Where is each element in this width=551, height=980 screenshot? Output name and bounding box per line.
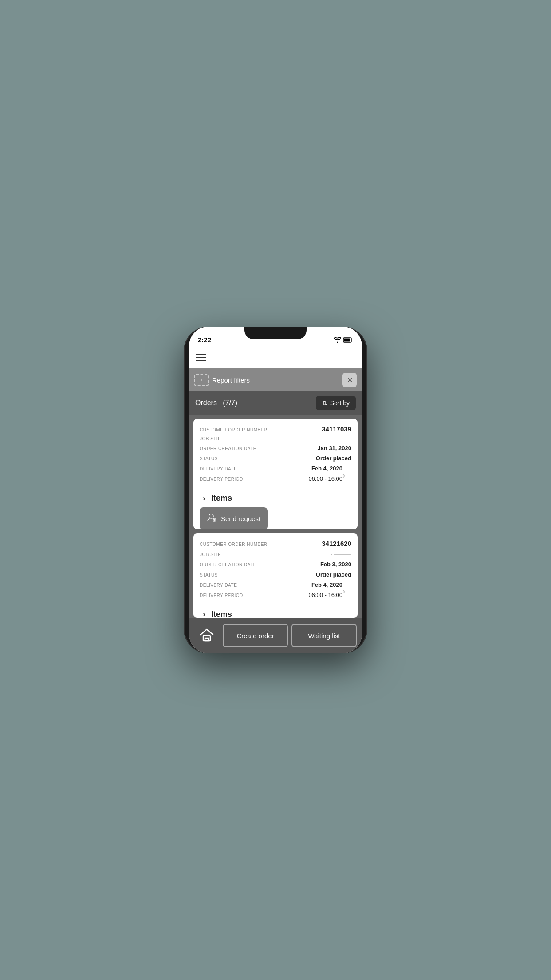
orders-count: Orders (7/7)	[195, 399, 237, 407]
hamburger-line	[196, 357, 206, 358]
delivery-period-value: 06:00 - 16:00	[308, 592, 342, 598]
svg-rect-1	[344, 339, 350, 342]
order-detail-chevron-icon[interactable]: ›	[342, 471, 345, 480]
sort-button[interactable]: ⇅ Sort by	[316, 396, 356, 410]
delivery-date-label: DELIVERY DATE	[200, 583, 237, 588]
orders-list: CUSTOMER ORDER NUMBER 34117039 JOB SITE …	[189, 415, 362, 618]
field-row-customer-order: CUSTOMER ORDER NUMBER 34121620	[200, 540, 351, 547]
field-row-status: STATUS Order placed	[200, 571, 351, 578]
items-button[interactable]: › Items	[193, 489, 358, 507]
filter-icon-box: ›	[194, 374, 209, 386]
delivery-period-label: DELIVERY PERIOD	[200, 593, 243, 598]
waiting-list-button[interactable]: Waiting list	[291, 624, 357, 647]
customer-order-number-value: 34117039	[322, 425, 351, 433]
delivery-date-row: DELIVERY DATE Feb 4, 2020 DELIVERY PERIO…	[200, 581, 351, 602]
field-row-delivery-date: DELIVERY DATE Feb 4, 2020	[200, 465, 342, 472]
status-value: Order placed	[316, 571, 351, 578]
delivery-period-label: DELIVERY PERIOD	[200, 477, 243, 482]
filter-title: Report filters	[212, 376, 250, 384]
delivery-date-value: Feb 4, 2020	[311, 581, 342, 588]
chevron-right-small-icon: ›	[201, 377, 202, 383]
status-label: STATUS	[200, 456, 218, 461]
filter-left: › Report filters	[194, 374, 250, 386]
field-row-status: STATUS Order placed	[200, 455, 351, 462]
items-chevron-icon: ›	[200, 610, 209, 618]
items-button[interactable]: › Items	[193, 605, 358, 618]
bottom-bar: Create order Waiting list	[189, 618, 362, 653]
status-label: STATUS	[200, 573, 218, 577]
delivery-date-label: DELIVERY DATE	[200, 466, 237, 471]
job-site-label: JOB SITE	[200, 552, 221, 557]
filter-bar: › Report filters ✕	[189, 368, 362, 391]
status-time: 2:22	[198, 336, 211, 344]
order-creation-date-label: ORDER CREATION DATE	[200, 446, 256, 451]
field-row-customer-order: CUSTOMER ORDER NUMBER 34117039	[200, 425, 351, 433]
customer-order-number-label: CUSTOMER ORDER NUMBER	[200, 542, 268, 547]
order-detail-chevron-icon[interactable]: ›	[342, 587, 345, 596]
menu-button[interactable]	[196, 354, 206, 361]
field-row-job-site: JOB SITE · ———	[200, 551, 351, 557]
job-site-value: · ———	[331, 551, 351, 557]
create-order-button[interactable]: Create order	[223, 624, 288, 647]
order-creation-date-value: Feb 3, 2020	[320, 561, 351, 568]
orders-toolbar: Orders (7/7) ⇅ Sort by	[189, 391, 362, 415]
order-creation-date-label: ORDER CREATION DATE	[200, 562, 256, 567]
delivery-date-value: Feb 4, 2020	[311, 465, 342, 472]
app-header	[189, 346, 362, 368]
customer-order-number-value: 34121620	[322, 540, 351, 547]
field-row-delivery-period: DELIVERY PERIOD 06:00 - 16:00	[200, 475, 342, 482]
field-row-delivery-period: DELIVERY PERIOD 06:00 - 16:00	[200, 592, 342, 598]
field-row-delivery-date: DELIVERY DATE Feb 4, 2020	[200, 581, 342, 588]
sort-icon: ⇅	[322, 399, 327, 407]
hamburger-line	[196, 354, 206, 355]
order-fields: CUSTOMER ORDER NUMBER 34117039 JOB SITE …	[193, 419, 358, 489]
send-request-label: Send request	[221, 515, 260, 522]
home-icon	[199, 628, 215, 644]
field-row-job-site: JOB SITE	[200, 436, 351, 441]
items-chevron-icon: ›	[200, 494, 209, 503]
order-card: CUSTOMER ORDER NUMBER 34121620 JOB SITE …	[193, 533, 358, 618]
status-value: Order placed	[316, 455, 351, 462]
send-request-icon: @	[207, 513, 216, 525]
items-label: Items	[211, 494, 232, 503]
customer-order-number-label: CUSTOMER ORDER NUMBER	[200, 427, 268, 432]
hamburger-line	[196, 360, 206, 361]
job-site-label: JOB SITE	[200, 436, 221, 441]
home-button[interactable]	[194, 623, 219, 648]
wifi-icon	[334, 337, 341, 344]
status-icons	[334, 337, 353, 344]
field-row-creation-date: ORDER CREATION DATE Feb 3, 2020	[200, 561, 351, 568]
order-card: CUSTOMER ORDER NUMBER 34117039 JOB SITE …	[193, 419, 358, 529]
send-request-button[interactable]: @ Send request	[200, 507, 268, 529]
filter-close-button[interactable]: ✕	[342, 373, 357, 387]
svg-text:@: @	[213, 518, 216, 522]
order-fields: CUSTOMER ORDER NUMBER 34121620 JOB SITE …	[193, 533, 358, 605]
delivery-date-row: DELIVERY DATE Feb 4, 2020 DELIVERY PERIO…	[200, 465, 351, 486]
close-icon: ✕	[347, 376, 353, 384]
field-row-creation-date: ORDER CREATION DATE Jan 31, 2020	[200, 445, 351, 451]
svg-rect-5	[205, 638, 209, 641]
delivery-period-value: 06:00 - 16:00	[308, 475, 342, 482]
battery-icon	[343, 337, 353, 344]
items-label: Items	[211, 610, 232, 618]
order-creation-date-value: Jan 31, 2020	[317, 445, 351, 451]
